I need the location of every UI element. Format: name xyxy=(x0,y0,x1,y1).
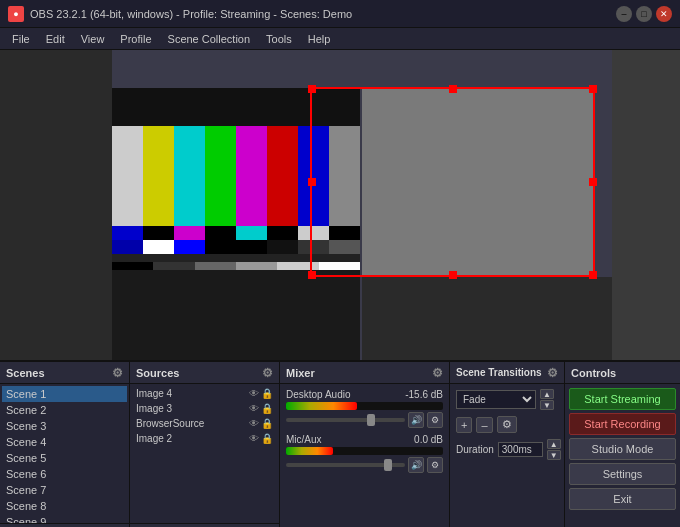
preview-bottom xyxy=(112,270,360,360)
scenes-gear-icon[interactable]: ⚙ xyxy=(112,366,123,380)
preview-canvas[interactable] xyxy=(0,50,680,360)
mic-aux-bar xyxy=(286,447,333,455)
desktop-audio-controls: 🔊 ⚙ xyxy=(286,412,443,428)
menu-view[interactable]: View xyxy=(73,31,113,47)
trans-up-button[interactable]: ▲ xyxy=(540,389,554,399)
source-lock-icon[interactable]: 🔒 xyxy=(261,388,273,399)
mic-aux-db: 0.0 dB xyxy=(414,434,443,445)
test-card xyxy=(112,88,360,273)
mixer-header: Mixer ⚙ xyxy=(280,362,449,384)
menu-edit[interactable]: Edit xyxy=(38,31,73,47)
scenes-footer: + – ∧ ∨ xyxy=(0,523,129,527)
scene-item[interactable]: Scene 7 xyxy=(2,482,127,498)
app-icon: ● xyxy=(8,6,24,22)
preview-area xyxy=(0,50,680,360)
transitions-title: Scene Transitions xyxy=(456,367,542,378)
scene-item[interactable]: Scene 2 xyxy=(2,402,127,418)
menu-help[interactable]: Help xyxy=(300,31,339,47)
mic-aux-slider[interactable] xyxy=(286,463,405,467)
maximize-button[interactable]: □ xyxy=(636,6,652,22)
preview-bg-right xyxy=(612,50,680,360)
title-bar: ● OBS 23.2.1 (64-bit, windows) - Profile… xyxy=(0,0,680,28)
transitions-header: Scene Transitions ⚙ xyxy=(450,362,564,384)
mic-aux-label: Mic/Aux xyxy=(286,434,322,445)
transition-duration-row: Duration ▲ ▼ xyxy=(452,436,562,463)
close-button[interactable]: ✕ xyxy=(656,6,672,22)
menu-scene-collection[interactable]: Scene Collection xyxy=(160,31,259,47)
source-eye-icon[interactable]: 👁 xyxy=(249,403,259,414)
mic-aux-bar-bg xyxy=(286,447,443,455)
scenes-title: Scenes xyxy=(6,367,45,379)
menu-tools[interactable]: Tools xyxy=(258,31,300,47)
scene-item[interactable]: Scene 4 xyxy=(2,434,127,450)
settings-button[interactable]: Settings xyxy=(569,463,676,485)
scene-item[interactable]: Scene 8 xyxy=(2,498,127,514)
mic-aux-settings-icon[interactable]: ⚙ xyxy=(427,457,443,473)
desktop-audio-slider[interactable] xyxy=(286,418,405,422)
bottom-panels: Scenes ⚙ Scene 1 Scene 2 Scene 3 Scene 4… xyxy=(0,360,680,527)
desktop-audio-bar-bg xyxy=(286,402,443,410)
preview-bg-left xyxy=(0,50,112,360)
start-streaming-button[interactable]: Start Streaming xyxy=(569,388,676,410)
desktop-audio-settings-icon[interactable]: ⚙ xyxy=(427,412,443,428)
desktop-audio-mute-icon[interactable]: 🔊 xyxy=(408,412,424,428)
source-item[interactable]: Image 2 👁 🔒 xyxy=(132,431,277,446)
minimize-button[interactable]: – xyxy=(616,6,632,22)
transition-type-select[interactable]: Fade Cut Swipe Slide Stinger Luma Wipe xyxy=(456,390,536,409)
mixer-gear-icon[interactable]: ⚙ xyxy=(432,366,443,380)
preview-gray xyxy=(362,87,595,277)
source-lock-icon[interactable]: 🔒 xyxy=(261,418,273,429)
mic-aux-channel: Mic/Aux 0.0 dB 🔊 ⚙ xyxy=(282,431,447,476)
scene-item[interactable]: Scene 9 xyxy=(2,514,127,523)
scene-item[interactable]: Scene 1 xyxy=(2,386,127,402)
duration-input[interactable] xyxy=(498,442,543,457)
desktop-audio-label: Desktop Audio xyxy=(286,389,351,400)
trans-remove-button[interactable]: – xyxy=(476,417,492,433)
trans-config-button[interactable]: ⚙ xyxy=(497,416,517,433)
mixer-panel: Mixer ⚙ Desktop Audio -15.6 dB 🔊 ⚙ xyxy=(280,362,450,527)
source-eye-icon[interactable]: 👁 xyxy=(249,388,259,399)
transition-type-row: Fade Cut Swipe Slide Stinger Luma Wipe ▲… xyxy=(452,386,562,413)
sources-gear-icon[interactable]: ⚙ xyxy=(262,366,273,380)
menu-file[interactable]: File xyxy=(4,31,38,47)
transition-add-row: + – ⚙ xyxy=(452,413,562,436)
controls-content: Start Streaming Start Recording Studio M… xyxy=(565,384,680,527)
sources-list: Image 4 👁 🔒 Image 3 👁 🔒 BrowserSource 👁 … xyxy=(130,384,279,523)
duration-up-button[interactable]: ▲ xyxy=(547,439,561,449)
trans-down-button[interactable]: ▼ xyxy=(540,400,554,410)
scene-item[interactable]: Scene 6 xyxy=(2,466,127,482)
scenes-header: Scenes ⚙ xyxy=(0,362,129,384)
sources-panel: Sources ⚙ Image 4 👁 🔒 Image 3 👁 🔒 Browse… xyxy=(130,362,280,527)
desktop-audio-db: -15.6 dB xyxy=(405,389,443,400)
source-lock-icon[interactable]: 🔒 xyxy=(261,403,273,414)
desktop-audio-bar xyxy=(286,402,357,410)
transitions-content: Fade Cut Swipe Slide Stinger Luma Wipe ▲… xyxy=(450,384,564,527)
mic-aux-mute-icon[interactable]: 🔊 xyxy=(408,457,424,473)
desktop-audio-channel: Desktop Audio -15.6 dB 🔊 ⚙ xyxy=(282,386,447,431)
scene-item[interactable]: Scene 3 xyxy=(2,418,127,434)
mixer-title: Mixer xyxy=(286,367,315,379)
start-recording-button[interactable]: Start Recording xyxy=(569,413,676,435)
studio-mode-button[interactable]: Studio Mode xyxy=(569,438,676,460)
scenes-panel: Scenes ⚙ Scene 1 Scene 2 Scene 3 Scene 4… xyxy=(0,362,130,527)
exit-button[interactable]: Exit xyxy=(569,488,676,510)
trans-add-button[interactable]: + xyxy=(456,417,472,433)
source-item[interactable]: Image 4 👁 🔒 xyxy=(132,386,277,401)
source-item[interactable]: BrowserSource 👁 🔒 xyxy=(132,416,277,431)
sources-title: Sources xyxy=(136,367,179,379)
preview-dark-right xyxy=(362,277,612,360)
scenes-list: Scene 1 Scene 2 Scene 3 Scene 4 Scene 5 … xyxy=(0,384,129,523)
source-lock-icon[interactable]: 🔒 xyxy=(261,433,273,444)
controls-title: Controls xyxy=(571,367,616,379)
menu-profile[interactable]: Profile xyxy=(112,31,159,47)
transitions-panel: Scene Transitions ⚙ Fade Cut Swipe Slide… xyxy=(450,362,565,527)
scene-item[interactable]: Scene 5 xyxy=(2,450,127,466)
duration-down-button[interactable]: ▼ xyxy=(547,450,561,460)
source-eye-icon[interactable]: 👁 xyxy=(249,433,259,444)
sources-footer: + – ∧ ∨ xyxy=(130,523,279,527)
transitions-gear-icon[interactable]: ⚙ xyxy=(547,366,558,380)
window-title: OBS 23.2.1 (64-bit, windows) - Profile: … xyxy=(30,8,352,20)
source-item[interactable]: Image 3 👁 🔒 xyxy=(132,401,277,416)
source-eye-icon[interactable]: 👁 xyxy=(249,418,259,429)
controls-panel: Controls Start Streaming Start Recording… xyxy=(565,362,680,527)
